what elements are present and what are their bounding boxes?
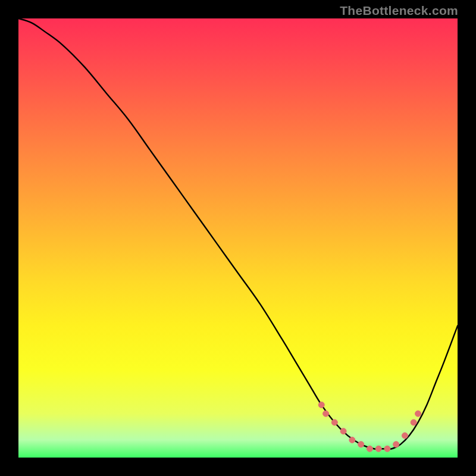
marker-dot [411, 419, 416, 425]
marker-dot [375, 446, 381, 452]
marker-dot [331, 419, 337, 425]
marker-dot [402, 433, 408, 439]
curve-path [18, 18, 458, 449]
marker-dot [358, 441, 364, 447]
marker-dot [393, 441, 399, 447]
marker-dot [323, 411, 329, 416]
marker-dot [349, 437, 355, 443]
chart-frame: TheBottleneck.com [0, 0, 476, 476]
marker-dot [415, 411, 421, 416]
marker-dot [340, 428, 346, 434]
bottleneck-curve [18, 18, 458, 449]
marker-dot [367, 446, 372, 452]
marker-dot [318, 402, 324, 408]
plot-area [18, 18, 458, 458]
chart-svg [18, 18, 458, 458]
bottleneck-markers [318, 402, 421, 452]
watermark-text: TheBottleneck.com [340, 4, 458, 18]
marker-dot [384, 446, 390, 452]
